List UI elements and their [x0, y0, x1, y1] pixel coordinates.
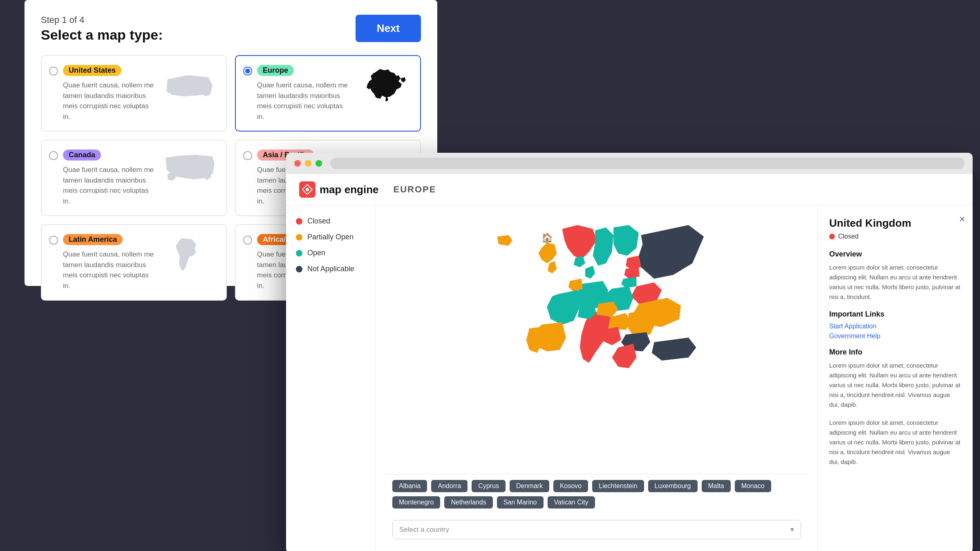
country-france[interactable]: [547, 290, 580, 324]
legend-sidebar: Closed Partially Open Open Not Applicabl…: [286, 205, 376, 551]
map-image-us: [161, 65, 219, 106]
app-header: map engine EUROPE: [286, 174, 973, 205]
country-portugal[interactable]: [526, 327, 543, 353]
country-tag-malta[interactable]: Malta: [702, 480, 731, 492]
browser-window: map engine EUROPE Closed Partially Open …: [286, 153, 973, 551]
browser-dot-red: [294, 160, 301, 167]
legend-label-open: Open: [307, 249, 325, 257]
detail-panel: × United Kingdom Closed Overview Lorem i…: [817, 205, 973, 551]
radio-africa[interactable]: [243, 236, 252, 245]
country-uk[interactable]: [539, 243, 557, 273]
legend-label-closed: Closed: [307, 217, 330, 225]
option-desc-us: Quae fuerit causa, nollem me tamen lauda…: [63, 80, 157, 122]
legend-open: Open: [296, 249, 366, 257]
map-image-canada: [161, 149, 219, 190]
option-desc-latam: Quae fuerit causa, nollem me tamen lauda…: [63, 249, 157, 291]
country-tag-kosovo[interactable]: Kosovo: [553, 480, 588, 492]
country-tag-montenegro[interactable]: Montenegro: [392, 496, 440, 509]
option-content-latam: Latin America Quae fuerit causa, nollem …: [58, 234, 161, 291]
map-option-us[interactable]: United States Quae fuerit causa, nollem …: [41, 55, 227, 132]
browser-url-bar[interactable]: [330, 158, 964, 169]
country-tag-vaticancity[interactable]: Vatican City: [548, 496, 595, 509]
legend-dot-open: [296, 250, 302, 257]
country-tag-denmark[interactable]: Denmark: [510, 480, 549, 492]
country-sweden[interactable]: [593, 228, 614, 266]
legend-closed: Closed: [296, 217, 366, 225]
country-russia[interactable]: [639, 225, 704, 279]
country-denmark[interactable]: [585, 265, 595, 279]
select-placeholder: Select a country: [399, 526, 449, 534]
map-area: 🏠 Albania Andorra Cyprus Denmark Kosovo …: [376, 205, 817, 551]
country-extra1[interactable]: [574, 256, 585, 267]
map-image-latam: [161, 234, 219, 275]
country-tag-netherlands[interactable]: Netherlands: [444, 496, 492, 509]
browser-chrome: [286, 153, 973, 174]
more-info-title: More Info: [829, 348, 961, 357]
chevron-down-icon: ▾: [790, 525, 794, 534]
browser-dot-green: [315, 160, 322, 167]
browser-dot-yellow: [305, 160, 311, 167]
step-info: Step 1 of 4 Select a map type:: [41, 15, 163, 43]
legend-dot-partial: [296, 234, 302, 241]
legend-label-na: Not Applicable: [307, 265, 354, 273]
country-norway[interactable]: [562, 225, 597, 259]
more-info-text-2: Lorem ipsum dolor sit amet, consectetur …: [829, 418, 961, 467]
country-finland[interactable]: [613, 225, 639, 256]
option-desc-europe: Quae fuerit causa, nollem me tamen lauda…: [257, 80, 351, 122]
overview-text: Lorem ipsum dolor sit amet, consectetur …: [829, 263, 961, 302]
country-tags: Albania Andorra Cyprus Denmark Kosovo Li…: [384, 474, 809, 514]
option-content-canada: Canada Quae fuerit causa, nollem me tame…: [58, 149, 161, 206]
svg-point-0: [306, 188, 309, 191]
country-tag-liechtenstein[interactable]: Liechtenstein: [592, 480, 644, 492]
radio-us[interactable]: [49, 67, 58, 76]
option-content-europe: Europe Quae fuerit causa, nollem me tame…: [252, 65, 356, 122]
links-title: Important Links: [829, 310, 961, 319]
country-tag-luxembourg[interactable]: Luxembourg: [648, 480, 698, 492]
legend-partial: Partially Open: [296, 233, 366, 241]
close-button[interactable]: ×: [959, 213, 965, 225]
more-info-text-1: Lorem ipsum dolor sit amet, consectetur …: [829, 361, 961, 410]
map-option-europe[interactable]: Europe Quae fuerit causa, nollem me tame…: [235, 55, 421, 132]
country-czech[interactable]: [597, 301, 618, 317]
radio-europe[interactable]: [243, 67, 252, 76]
country-iceland[interactable]: [497, 235, 512, 245]
wizard-header: Step 1 of 4 Select a map type: Next: [41, 15, 421, 43]
start-application-link[interactable]: Start Application: [829, 323, 961, 330]
country-romania[interactable]: [627, 309, 656, 336]
country-tag-monaco[interactable]: Monaco: [735, 480, 771, 492]
map-option-latam[interactable]: Latin America Quae fuerit causa, nollem …: [41, 224, 227, 301]
detail-status-label: Closed: [838, 233, 859, 240]
radio-asia[interactable]: [243, 151, 252, 160]
country-latvia[interactable]: [624, 267, 639, 279]
option-content-us: United States Quae fuerit causa, nollem …: [58, 65, 161, 122]
option-desc-canada: Quae fuerit causa, nollem me tamen lauda…: [63, 165, 157, 206]
step-title: Select a map type:: [41, 27, 163, 43]
radio-latam[interactable]: [49, 236, 58, 245]
country-tag-andorra[interactable]: Andorra: [431, 480, 468, 492]
logo-icon: [299, 181, 315, 198]
next-button[interactable]: Next: [356, 15, 421, 42]
radio-canada[interactable]: [49, 151, 58, 160]
app-name: map engine: [320, 183, 378, 196]
select-country-dropdown[interactable]: Select a country ▾: [392, 520, 801, 539]
europe-map[interactable]: 🏠: [384, 214, 809, 474]
country-tag-sanmarino[interactable]: San Marino: [497, 496, 544, 509]
detail-status: Closed: [829, 233, 961, 240]
option-tag-latam: Latin America: [63, 234, 123, 245]
government-help-link[interactable]: Government Help: [829, 332, 961, 340]
country-turkey[interactable]: [652, 338, 696, 361]
map-option-canada[interactable]: Canada Quae fuerit causa, nollem me tame…: [41, 140, 227, 216]
svg-text:🏠: 🏠: [541, 232, 553, 243]
country-tag-albania[interactable]: Albania: [392, 480, 427, 492]
detail-status-dot: [829, 234, 835, 239]
map-image-europe: [356, 65, 413, 106]
legend-dot-closed: [296, 218, 302, 225]
important-links-section: Important Links Start Application Govern…: [829, 310, 961, 340]
select-country-row: Select a country ▾: [384, 514, 809, 545]
step-label: Step 1 of 4: [41, 15, 163, 25]
country-lithuania[interactable]: [621, 277, 636, 288]
option-tag-canada: Canada: [63, 149, 101, 161]
country-greece[interactable]: [612, 344, 636, 368]
country-tag-cyprus[interactable]: Cyprus: [472, 480, 506, 492]
legend-na: Not Applicable: [296, 265, 366, 273]
